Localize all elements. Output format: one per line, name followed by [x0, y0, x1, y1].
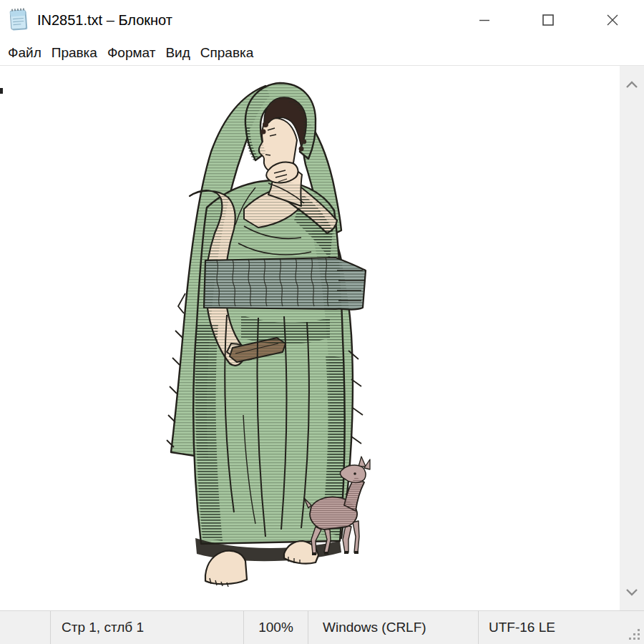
menu-format[interactable]: Формат: [107, 44, 157, 62]
maximize-icon: [542, 14, 555, 26]
maximize-button[interactable]: [532, 0, 565, 40]
window-title: IN2851.txt – Блокнот: [37, 0, 172, 40]
text-caret: [0, 88, 3, 94]
minimize-button[interactable]: [468, 0, 501, 40]
menu-help[interactable]: Справка: [200, 44, 255, 62]
vertical-scrollbar[interactable]: [620, 66, 644, 610]
chevron-down-icon: [625, 588, 638, 596]
chevron-up-icon: [625, 81, 638, 89]
scroll-down-button[interactable]: [620, 576, 644, 608]
scroll-up-button[interactable]: [620, 69, 644, 100]
menu-bar: Файл Правка Формат Вид Справка: [0, 40, 644, 66]
minimize-icon: [479, 14, 490, 26]
status-zoom-level: 100%: [243, 611, 308, 644]
title-bar: IN2851.txt – Блокнот: [0, 0, 644, 40]
illustration-veiled-woman-with-fawn: [161, 79, 376, 588]
close-icon: [606, 14, 619, 26]
text-area[interactable]: [0, 66, 644, 610]
menu-file[interactable]: Файл: [7, 44, 42, 62]
resize-grip[interactable]: [628, 628, 642, 642]
close-button[interactable]: [596, 0, 629, 40]
notepad-window: IN2851.txt – Блокнот Файл Правка Формат …: [0, 0, 644, 644]
status-cursor-position: Стр 1, стлб 1: [50, 611, 243, 644]
status-encoding: UTF-16 LE: [478, 611, 628, 644]
menu-edit[interactable]: Правка: [51, 44, 98, 62]
notepad-icon: [6, 6, 31, 34]
menu-view[interactable]: Вид: [165, 44, 190, 62]
status-bar: Стр 1, стлб 1 100% Windows (CRLF) UTF-16…: [0, 610, 644, 644]
status-line-ending: Windows (CRLF): [308, 611, 478, 644]
